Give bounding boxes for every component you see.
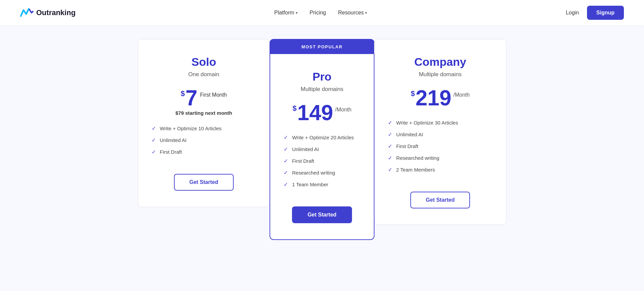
pricing-section: Solo One domain $ 7 First Month $79 star…: [0, 26, 644, 260]
list-item: ✓ Researched writing: [284, 169, 360, 176]
list-item: ✓ 1 Team Member: [284, 181, 360, 188]
list-item: ✓ Unlimited AI: [152, 137, 256, 143]
pro-wrapper: MOST POPULAR Pro Multiple domains $ 149 …: [270, 39, 374, 240]
nav-links: Platform ▾ Pricing Resources ▾: [274, 10, 367, 16]
check-icon: ✓: [388, 119, 392, 126]
pricing-card-pro: Pro Multiple domains $ 149 /Month ✓ Writ…: [270, 54, 374, 240]
solo-price-period: First Month: [200, 92, 227, 98]
check-icon: ✓: [284, 158, 288, 164]
nav-actions: Login Signup: [566, 6, 624, 20]
nav-pricing[interactable]: Pricing: [310, 10, 326, 16]
pro-plan-subtitle: Multiple domains: [301, 86, 344, 93]
check-icon: ✓: [388, 166, 392, 173]
solo-price-dollar: $: [181, 89, 185, 98]
check-icon: ✓: [284, 134, 288, 141]
list-item: ✓ Researched writing: [388, 155, 493, 161]
pricing-card-solo: Solo One domain $ 7 First Month $79 star…: [138, 39, 270, 207]
check-icon: ✓: [284, 146, 288, 152]
platform-chevron-icon: ▾: [296, 11, 298, 15]
list-item: ✓ First Draft: [388, 143, 493, 149]
solo-price-amount: 7: [185, 87, 197, 109]
check-icon: ✓: [284, 181, 288, 188]
list-item: ✓ First Draft: [152, 149, 256, 155]
nav-resources[interactable]: Resources ▾: [338, 10, 367, 16]
pro-price-dollar: $: [293, 104, 297, 113]
solo-plan-name: Solo: [191, 55, 216, 68]
company-price-dollar: $: [411, 89, 415, 98]
company-price-amount: 219: [415, 87, 451, 109]
check-icon: ✓: [152, 125, 156, 132]
pricing-cards-wrapper: Solo One domain $ 7 First Month $79 star…: [138, 39, 507, 240]
solo-plan-subtitle: One domain: [188, 71, 220, 78]
solo-price-row: $ 7 First Month: [181, 87, 227, 109]
check-icon: ✓: [388, 143, 392, 149]
pro-price-period: /Month: [335, 107, 352, 113]
company-plan-name: Company: [414, 55, 466, 68]
pro-price-amount: 149: [297, 102, 333, 124]
company-plan-subtitle: Multiple domains: [419, 71, 462, 78]
company-features-list: ✓ Write + Optimize 30 Articles ✓ Unlimit…: [388, 119, 493, 178]
check-icon: ✓: [284, 169, 288, 176]
list-item: ✓ First Draft: [284, 158, 360, 164]
list-item: ✓ 2 Team Members: [388, 166, 493, 173]
company-price-period: /Month: [453, 92, 470, 98]
solo-get-started-button[interactable]: Get Started: [174, 174, 234, 191]
list-item: ✓ Unlimited AI: [284, 146, 360, 152]
list-item: ✓ Write + Optimize 30 Articles: [388, 119, 493, 126]
resources-chevron-icon: ▾: [365, 11, 367, 15]
check-icon: ✓: [388, 155, 392, 161]
list-item: ✓ Write + Optimize 10 Articles: [152, 125, 256, 132]
logo-text: Outranking: [36, 8, 75, 17]
pricing-card-company: Company Multiple domains $ 219 /Month ✓ …: [374, 39, 507, 225]
check-icon: ✓: [388, 131, 392, 138]
company-get-started-button[interactable]: Get Started: [410, 192, 470, 208]
solo-price-note: $79 starting next month: [175, 110, 232, 116]
signup-button[interactable]: Signup: [587, 6, 624, 20]
login-link[interactable]: Login: [566, 10, 579, 16]
logo-icon: [20, 7, 34, 19]
pro-features-list: ✓ Write + Optimize 20 Articles ✓ Unlimit…: [284, 134, 360, 193]
pro-plan-name: Pro: [312, 70, 332, 83]
pro-price-row: $ 149 /Month: [293, 102, 352, 124]
pro-get-started-button[interactable]: Get Started: [292, 206, 352, 223]
solo-features-list: ✓ Write + Optimize 10 Articles ✓ Unlimit…: [152, 125, 256, 160]
check-icon: ✓: [152, 137, 156, 143]
nav-platform[interactable]: Platform ▾: [274, 10, 298, 16]
list-item: ✓ Write + Optimize 20 Articles: [284, 134, 360, 141]
check-icon: ✓: [152, 149, 156, 155]
most-popular-banner: MOST POPULAR: [270, 39, 374, 54]
logo[interactable]: Outranking: [20, 7, 75, 19]
navbar: Outranking Platform ▾ Pricing Resources …: [0, 0, 644, 26]
list-item: ✓ Unlimited AI: [388, 131, 493, 138]
company-price-row: $ 219 /Month: [411, 87, 470, 109]
